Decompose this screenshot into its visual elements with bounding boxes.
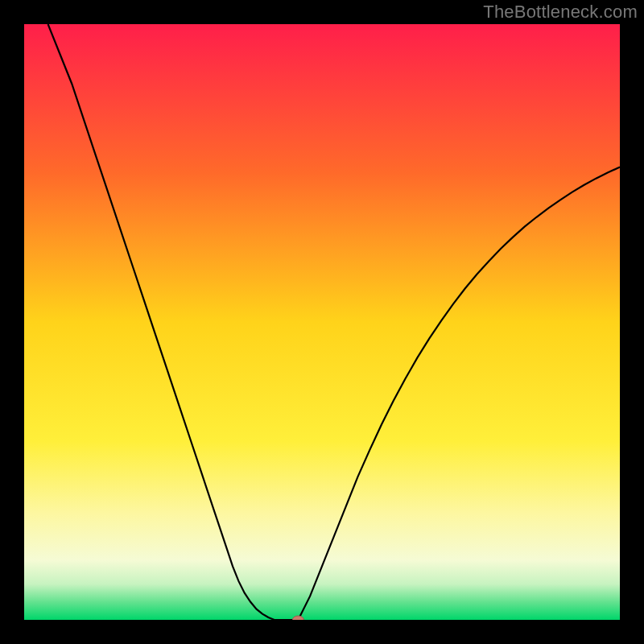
chart-svg [24, 24, 620, 620]
plot-area [24, 24, 620, 620]
watermark-text: TheBottleneck.com [483, 2, 638, 23]
gradient-background [24, 24, 620, 620]
chart-frame: TheBottleneck.com [0, 0, 644, 644]
